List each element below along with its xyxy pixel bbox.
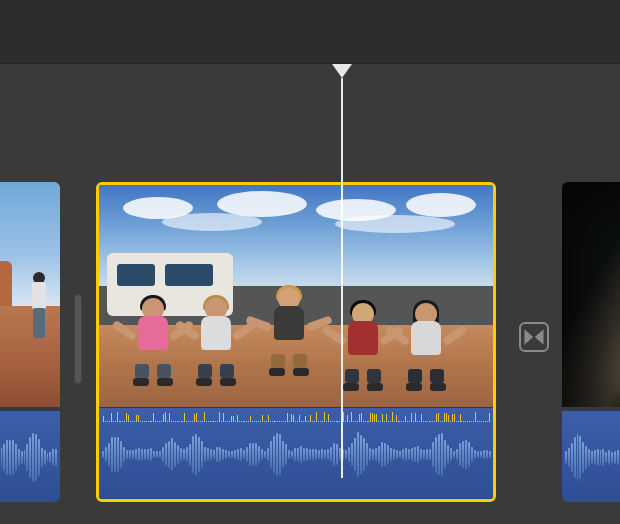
playhead-marker-icon[interactable] <box>332 64 352 78</box>
waveform <box>562 423 620 492</box>
clip-center-selected[interactable] <box>96 182 496 502</box>
clip-right[interactable] <box>562 182 620 502</box>
toolbar-strip <box>0 0 620 64</box>
timeline[interactable] <box>0 64 620 524</box>
cross-dissolve-transition-icon[interactable] <box>519 322 549 352</box>
clip-left[interactable] <box>0 182 60 502</box>
timeline-scroll-thumb[interactable] <box>74 294 82 384</box>
clip-thumbnail <box>99 185 493 410</box>
clip-audio-track[interactable] <box>0 410 60 502</box>
clip-thumbnail <box>0 182 60 407</box>
clip-thumbnail <box>562 182 620 407</box>
waveform <box>99 420 493 489</box>
waveform <box>0 423 60 492</box>
clip-audio-track[interactable] <box>99 407 493 499</box>
clip-audio-track[interactable] <box>562 410 620 502</box>
playhead-line[interactable] <box>341 78 343 478</box>
